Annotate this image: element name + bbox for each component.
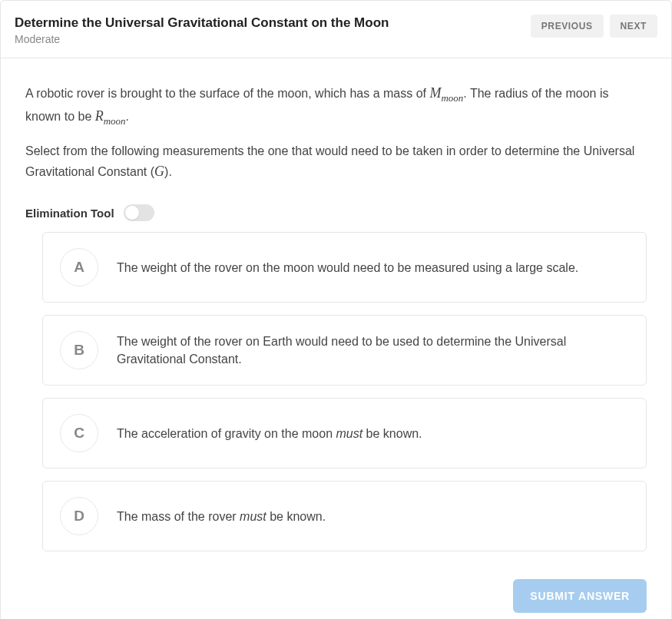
question-title: Determine the Universal Gravitational Co… <box>15 15 389 31</box>
mass-symbol: Mmoon <box>430 85 464 101</box>
option-letter: B <box>60 331 98 369</box>
question-card: Determine the Universal Gravitational Co… <box>0 0 672 619</box>
option-text: The weight of the rover on Earth would n… <box>117 333 629 368</box>
option-letter: C <box>60 414 98 452</box>
option-text: The acceleration of gravity on the moon … <box>117 425 422 442</box>
options-list: A The weight of the rover on the moon wo… <box>42 232 647 551</box>
elimination-tool-row: Elimination Tool <box>25 204 647 221</box>
option-text: The mass of the rover must be known. <box>117 508 326 525</box>
prompt-paragraph-1: A robotic rover is brought to the surfac… <box>25 83 647 128</box>
difficulty-label: Moderate <box>15 33 389 45</box>
option-b[interactable]: B The weight of the rover on Earth would… <box>42 315 647 386</box>
card-body: A robotic rover is brought to the surfac… <box>1 58 671 619</box>
toggle-knob <box>125 206 139 220</box>
g-symbol: G <box>154 164 164 179</box>
elimination-toggle[interactable] <box>124 204 154 221</box>
option-d[interactable]: D The mass of the rover must be known. <box>42 481 647 551</box>
previous-button[interactable]: PREVIOUS <box>531 15 604 38</box>
prompt-paragraph-2: Select from the following measurements t… <box>25 142 647 183</box>
option-text: The weight of the rover on the moon woul… <box>117 259 578 276</box>
question-prompt: A robotic rover is brought to the surfac… <box>25 83 647 183</box>
prompt-text: ). <box>164 165 172 178</box>
card-header: Determine the Universal Gravitational Co… <box>1 1 671 58</box>
next-button[interactable]: NEXT <box>610 15 657 38</box>
submit-row: SUBMIT ANSWER <box>25 579 647 613</box>
option-letter: D <box>60 497 98 535</box>
prompt-text: . <box>126 110 129 123</box>
title-block: Determine the Universal Gravitational Co… <box>15 15 389 45</box>
option-a[interactable]: A The weight of the rover on the moon wo… <box>42 232 647 303</box>
prompt-text: A robotic rover is brought to the surfac… <box>25 87 430 100</box>
elimination-label: Elimination Tool <box>25 207 114 220</box>
option-letter: A <box>60 248 98 286</box>
nav-buttons: PREVIOUS NEXT <box>531 15 657 38</box>
option-c[interactable]: C The acceleration of gravity on the moo… <box>42 398 647 468</box>
radius-symbol: Rmoon <box>95 108 126 124</box>
submit-answer-button[interactable]: SUBMIT ANSWER <box>513 579 647 613</box>
prompt-text: Select from the following measurements t… <box>25 144 634 178</box>
